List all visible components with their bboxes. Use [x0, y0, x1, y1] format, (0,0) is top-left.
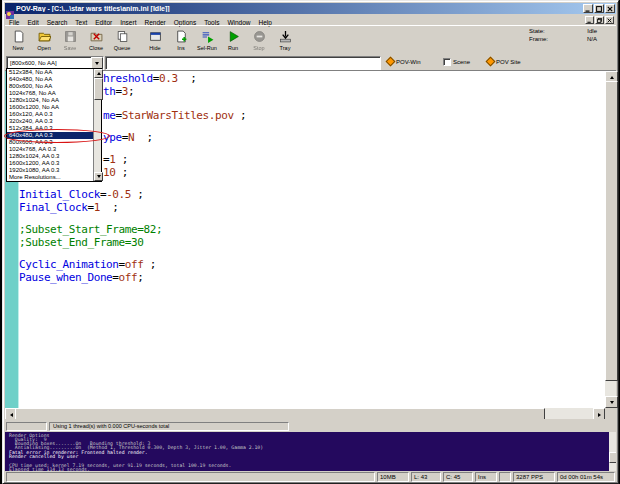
toolbar-button-label: Close — [89, 45, 103, 51]
hide-window-icon — [149, 30, 162, 43]
code-line: Cyclic_Animation=off ; — [19, 259, 156, 271]
save-floppy-icon — [64, 30, 77, 43]
tray-icon — [279, 30, 292, 43]
resolution-option[interactable]: More Resolutions... — [7, 174, 94, 181]
code-line: Initial_Clock=-0.5 ; — [19, 189, 143, 201]
scene-checkbox-icon — [443, 58, 451, 66]
scrollbar-corner — [605, 408, 616, 419]
message-scroll-thumb[interactable] — [609, 452, 616, 463]
code-line: ;Subset_Start_Frame=82; — [19, 224, 162, 236]
frame-label: Frame: — [529, 36, 559, 44]
run-icon — [227, 30, 240, 43]
status-spare — [499, 472, 511, 482]
mdi-minimize-button[interactable] — [585, 16, 594, 24]
minimize-button[interactable] — [583, 4, 593, 13]
resolution-option[interactable]: 512x384, AA 0.3 — [7, 125, 94, 132]
vertical-scroll-thumb[interactable] — [605, 81, 618, 381]
toolbar: NewOpenSaveCloseQueueHideInsSel-RunRunSt… — [5, 25, 616, 56]
code-line: =1 ; — [103, 154, 128, 166]
mdi-close-button[interactable] — [605, 16, 614, 24]
toolbar-button-open[interactable]: Open — [31, 27, 57, 56]
toolbar-button-close[interactable]: Close — [83, 27, 109, 56]
resolution-dropdown-list: 512x384, No AA640x480, No AA800x600, No … — [6, 68, 102, 182]
toolbar-button-run[interactable]: Run — [220, 27, 246, 56]
message-header-text: Using 1 thread(s) with 0.000 CPU-seconds… — [49, 422, 289, 431]
resolution-option[interactable]: 512x384, No AA — [7, 69, 94, 76]
resolution-option[interactable]: 1024x768, No AA — [7, 90, 94, 97]
state-value: Idle — [587, 28, 597, 36]
menu-bar: FileEditSearchTextEditorInsertRenderOpti… — [5, 15, 616, 25]
resolution-option[interactable]: 1600x1200, No AA — [7, 104, 94, 111]
command-line-input[interactable] — [105, 56, 381, 70]
toolbar-buttons: NewOpenSaveCloseQueueHideInsSel-RunRunSt… — [5, 26, 298, 56]
mdi-restore-button[interactable] — [595, 16, 604, 24]
code-line: Pause_when_Done=off; — [19, 272, 143, 284]
povray-window: POV-Ray - [C:\...\star wars titles\anim.… — [2, 0, 619, 484]
queue-icon — [116, 30, 129, 43]
editor-vertical-scrollbar[interactable] — [605, 71, 616, 408]
povsite-label: POV Site — [496, 59, 521, 65]
open-folder-icon — [38, 30, 51, 43]
message-scrollbar[interactable] — [609, 432, 616, 471]
dropdown-scroll-thumb[interactable] — [94, 78, 103, 100]
frame-value: N/A — [587, 36, 597, 44]
sel-run-icon — [201, 30, 214, 43]
new-page-icon — [12, 30, 25, 43]
dropdown-scrollbar[interactable] — [93, 69, 101, 181]
close-button[interactable] — [605, 4, 615, 13]
code-line: Final_Clock=1 ; — [19, 202, 119, 214]
toolbar-button-label: New — [12, 45, 23, 51]
dropdown-scroll-down-icon[interactable] — [94, 172, 103, 181]
resolution-option[interactable]: 1280x1024, AA 0.3 — [7, 153, 94, 160]
message-header-spacer — [6, 422, 47, 431]
povwin-label: POV-Win — [396, 59, 421, 65]
stop-icon — [253, 30, 266, 43]
code-line: me=StarWarsTitles.pov ; — [103, 110, 246, 122]
state-label: State: — [529, 28, 559, 36]
code-line: hreshold=0.3 ; — [103, 73, 196, 85]
insert-icon — [175, 30, 188, 43]
editor-horizontal-scrollbar[interactable] — [5, 408, 605, 419]
toolbar-button-queue[interactable]: Queue — [109, 27, 135, 56]
povwin-diamond-icon — [386, 57, 396, 67]
toolbar-button-ins[interactable]: Ins — [168, 27, 194, 56]
scene-label: Scene — [453, 59, 470, 65]
toolbar-button-label: Tray — [280, 45, 291, 51]
toolbar-button-new[interactable]: New — [5, 27, 31, 56]
resolution-option[interactable]: 1280x1024, No AA — [7, 97, 94, 104]
message-window: Render Options Quality: 9 Bounding boxes… — [5, 432, 616, 471]
resolution-option[interactable]: 320x240, AA 0.3 — [7, 118, 94, 125]
dropdown-scroll-up-icon[interactable] — [94, 69, 103, 78]
render-state-panel: State:Idle Frame:N/A — [529, 28, 611, 43]
code-line: th=3; — [103, 86, 134, 98]
resolution-option[interactable]: 800x600, No AA — [7, 83, 94, 90]
status-insert-mode: Ins — [475, 472, 497, 482]
scroll-down-icon[interactable] — [605, 396, 618, 408]
povsite-toggle[interactable]: POV Site — [487, 58, 521, 65]
message-lines: Render Options Quality: 9 Bounding boxes… — [9, 434, 607, 472]
toolbar-button-label: Queue — [114, 45, 131, 51]
maximize-button[interactable] — [594, 4, 604, 13]
toolbar-button-label: Ins — [177, 45, 184, 51]
resolution-option[interactable]: 160x120, AA 0.3 — [7, 111, 94, 118]
resolution-option[interactable]: 1920x1080, AA 0.3 — [7, 167, 94, 174]
toolbar-button-label: Open — [37, 45, 50, 51]
toolbar-button-tray[interactable]: Tray — [272, 27, 298, 56]
resolution-option[interactable]: 640x480, No AA — [7, 76, 94, 83]
resolution-option[interactable]: 1600x1200, AA 0.3 — [7, 160, 94, 167]
status-line: L: 43 — [411, 472, 441, 482]
resolution-dropdown-items: 512x384, No AA640x480, No AA800x600, No … — [7, 69, 94, 181]
message-header-bar: Using 1 thread(s) with 0.000 CPU-seconds… — [5, 421, 616, 432]
toolbar-button-hide[interactable]: Hide — [142, 27, 168, 56]
resolution-option[interactable]: 800x600, AA 0.3 — [7, 139, 94, 146]
povwin-toggle[interactable]: POV-Win — [387, 58, 421, 65]
toolbar-button-label: Hide — [149, 45, 160, 51]
toolbar-button-sel-run[interactable]: Sel-Run — [194, 27, 220, 56]
resolution-option[interactable]: 1024x768, AA 0.3 — [7, 146, 94, 153]
povsite-diamond-icon — [486, 57, 496, 67]
scene-checkbox[interactable]: Scene — [443, 58, 470, 66]
resolution-option[interactable]: 640x480, AA 0.3 — [7, 132, 94, 139]
status-bar: 10MB L: 43 C: 45 Ins 3287 PPS 0d 00h 01m… — [5, 471, 616, 483]
code-line: 10 ; — [103, 167, 128, 179]
status-message — [6, 472, 375, 482]
